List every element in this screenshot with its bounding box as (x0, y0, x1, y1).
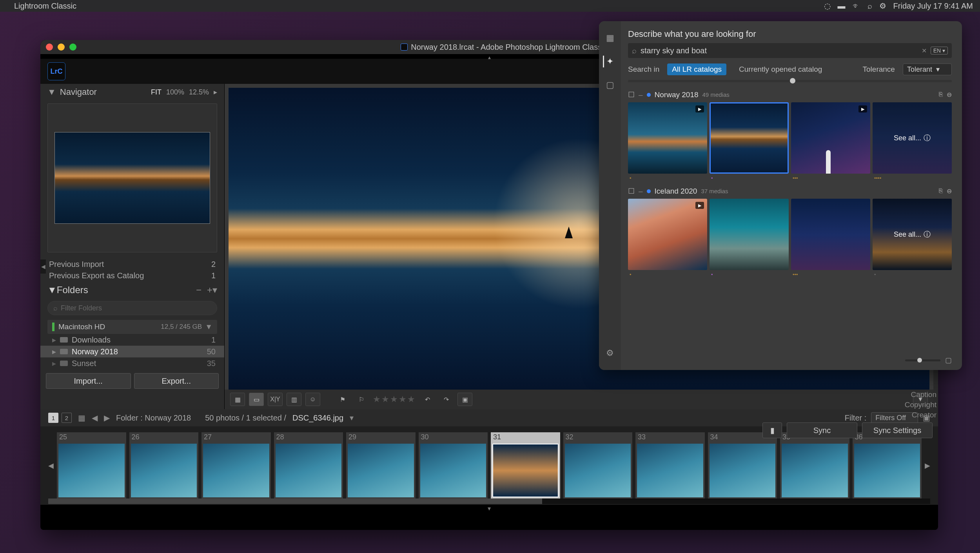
close-window-button[interactable] (46, 44, 53, 51)
add-to-collection-icon[interactable]: ⎘ (939, 187, 943, 195)
result-thumb[interactable] (710, 199, 789, 270)
sync-button[interactable]: Sync (787, 422, 857, 438)
volume-name: Macintosh HD (58, 323, 105, 331)
slider-knob[interactable] (917, 358, 922, 363)
tolerance-select[interactable]: Tolerant ▾ (903, 63, 952, 75)
grid-view-button[interactable]: ▦ (230, 393, 245, 406)
volume-menu-icon[interactable]: ▼ (205, 323, 212, 331)
remove-folder-icon[interactable]: − (196, 285, 201, 296)
add-folder-icon[interactable]: +▾ (207, 285, 217, 296)
result-catalog-header[interactable]: ☐ – Norway 2018 49 medias ⎘ ⊖ (628, 90, 952, 99)
result-thumb-selected[interactable] (710, 102, 789, 174)
zoom-menu-icon[interactable]: ▸ (214, 88, 217, 96)
flag-reject-icon[interactable]: ⚐ (354, 393, 369, 406)
folders-header[interactable]: ▼ Folders − +▾ (40, 281, 224, 299)
zoom-window-button[interactable] (69, 44, 76, 51)
filmstrip-thumb[interactable]: 27 (201, 432, 271, 499)
filmstrip-scrollbar-thumb[interactable] (48, 499, 542, 504)
result-thumb-seeall[interactable]: See all...ⓘ (873, 199, 952, 270)
rail-image-icon[interactable]: ▢ (604, 79, 616, 91)
tolerance-slider[interactable] (628, 80, 952, 82)
collapse-catalog-icon[interactable]: ⊖ (947, 91, 952, 98)
zoom-fit[interactable]: FIT (151, 88, 162, 96)
app-menu[interactable]: Lightroom Classic (14, 2, 76, 11)
filter-folders-input[interactable]: ⌕ Filter Folders (47, 301, 217, 315)
rating-stars[interactable]: ★★★★★ (373, 394, 416, 404)
filmstrip-thumb[interactable]: 36 (853, 432, 922, 499)
filmstrip-thumb[interactable]: 30 (419, 432, 488, 499)
filmstrip-right-arrow[interactable]: ▶ (925, 461, 930, 470)
navigator-header[interactable]: ▼ Navigator FIT 100% 12.5% ▸ (40, 84, 224, 100)
volume-row[interactable]: Macintosh HD 12,5 / 245 GB ▼ (47, 320, 217, 334)
rail-settings-icon[interactable]: ⚙ (604, 347, 616, 359)
slideshow-button[interactable]: ▣ (457, 393, 472, 406)
control-center-icon[interactable]: ⚙ (879, 1, 886, 11)
navigator-preview[interactable] (47, 103, 217, 252)
compare-view-button[interactable]: X|Y (268, 393, 283, 406)
filmstrip-thumb[interactable]: 35 (780, 432, 849, 499)
minimize-window-button[interactable] (58, 44, 65, 51)
thumb-size-slider[interactable] (905, 359, 940, 361)
filmstrip-thumb[interactable]: 33 (635, 432, 705, 499)
folder-row-sunset[interactable]: ▸ Sunset 35 (40, 357, 224, 369)
clear-search-icon[interactable]: ✕ (922, 47, 927, 54)
result-thumb[interactable]: ▶ (628, 102, 707, 174)
rotate-cw-icon[interactable]: ↷ (439, 393, 454, 406)
sync-status-icon[interactable]: ◌ (824, 1, 831, 11)
result-thumb[interactable]: ▶ (791, 102, 870, 174)
nav-fwd-icon[interactable]: ▶ (104, 413, 110, 422)
search-icon[interactable]: ⌕ (867, 2, 872, 11)
battery-icon[interactable]: ▬ (838, 2, 846, 11)
result-thumb-seeall[interactable]: See all...ⓘ (873, 102, 952, 174)
add-to-collection-icon[interactable]: ⎘ (939, 91, 943, 98)
result-thumb[interactable]: ▶ (628, 199, 707, 270)
filmstrip-thumb[interactable]: 32 (563, 432, 633, 499)
folder-row-downloads[interactable]: ▸ Downloads 1 (40, 334, 224, 346)
filmstrip-left-arrow[interactable]: ◀ (48, 461, 54, 470)
second-display-button[interactable]: 2 (62, 413, 72, 423)
filmstrip-thumb-selected[interactable]: 31 (491, 432, 560, 499)
scope-all-catalogs[interactable]: All LR catalogs (667, 63, 726, 75)
collapse-catalog-icon[interactable]: ⊖ (947, 187, 952, 195)
filmstrip-thumb[interactable]: 34 (708, 432, 777, 499)
language-badge[interactable]: EN ▾ (931, 47, 948, 54)
sync-toggle-button[interactable]: ▮ (762, 422, 782, 438)
search-input[interactable]: ⌕ starry sky and boat ✕ EN ▾ (628, 43, 952, 58)
left-panel-toggle[interactable]: ◀ (40, 259, 46, 274)
menubar-clock[interactable]: Friday July 17 9:41 AM (893, 2, 973, 11)
checkbox-icon[interactable]: ☐ (628, 187, 635, 196)
people-view-button[interactable]: ☺ (305, 393, 320, 406)
folder-row-norway[interactable]: ▸ Norway 2018 50 (40, 346, 224, 357)
flag-pick-icon[interactable]: ⚑ (335, 393, 350, 406)
rail-grid-icon[interactable]: ▦ (604, 32, 616, 44)
main-display-button[interactable]: 1 (48, 413, 58, 423)
collection-previous-import[interactable]: Previous Import 2 (40, 259, 224, 270)
bottom-panel-toggle[interactable]: ▾ (40, 505, 938, 511)
checkbox-icon[interactable]: ☐ (628, 90, 635, 99)
grid-small-icon[interactable]: ▦ (78, 413, 85, 422)
sync-settings-button[interactable]: Sync Settings (862, 422, 933, 438)
export-button[interactable]: Export... (134, 373, 219, 389)
chevron-down-icon[interactable]: ▾ (350, 413, 354, 422)
rotate-ccw-icon[interactable]: ↶ (420, 393, 435, 406)
import-button[interactable]: Import... (46, 373, 131, 389)
search-query-text: starry sky and boat (641, 46, 707, 55)
result-thumb[interactable] (791, 199, 870, 270)
scope-current-catalog[interactable]: Currently opened catalog (734, 63, 827, 75)
thumb-size-icon[interactable]: ▢ (945, 356, 952, 364)
survey-view-button[interactable]: ▥ (287, 393, 301, 406)
zoom-100[interactable]: 100% (166, 88, 184, 96)
nav-back-icon[interactable]: ◀ (92, 413, 98, 422)
wifi-icon[interactable]: ᯤ (853, 2, 860, 11)
result-catalog-header[interactable]: ☐ – Iceland 2020 37 medias ⎘ ⊖ (628, 187, 952, 196)
filmstrip-thumb[interactable]: 26 (129, 432, 199, 499)
zoom-125[interactable]: 12.5% (189, 88, 209, 96)
filmstrip-thumb[interactable]: 29 (346, 432, 416, 499)
filmstrip-thumb[interactable]: 28 (274, 432, 343, 499)
filmstrip-thumb[interactable]: 25 (57, 432, 126, 499)
rail-chat-icon[interactable]: ✦ (603, 56, 615, 67)
slider-knob[interactable] (790, 78, 795, 83)
loupe-view-button[interactable]: ▭ (249, 393, 264, 406)
collection-previous-export[interactable]: Previous Export as Catalog 1 (40, 270, 224, 281)
breadcrumb-path[interactable]: Folder : Norway 2018 (116, 413, 191, 422)
